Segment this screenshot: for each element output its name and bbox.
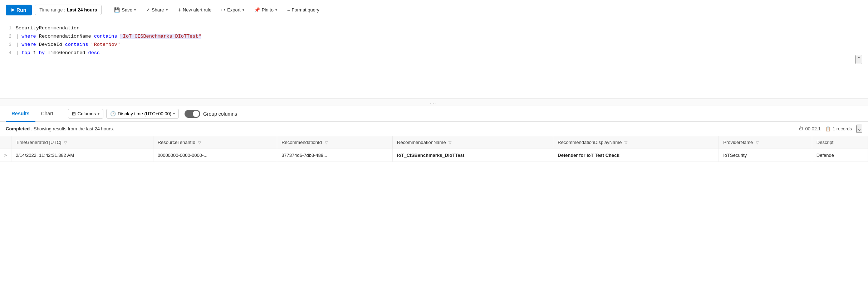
records-count: 1 records	[833, 126, 852, 131]
new-alert-label: New alert rule	[183, 7, 211, 13]
editor-line-1: 1 SecurityRecommendation	[6, 24, 862, 33]
export-button[interactable]: ↦ Export ▾	[218, 5, 248, 15]
share-button[interactable]: ↗ Share ▾	[142, 5, 171, 15]
query-editor[interactable]: 1 SecurityRecommendation 2 | where Recom…	[0, 20, 868, 99]
editor-line-4: 4 | top 1 by TimeGenerated desc	[6, 49, 862, 57]
tab-chart-label: Chart	[41, 111, 53, 116]
records-icon: 📋	[825, 126, 831, 131]
drag-handle[interactable]: ...	[0, 99, 868, 106]
row-time-generated: 2/14/2022, 11:42:31.382 AM	[11, 149, 153, 162]
group-columns-toggle[interactable]	[185, 110, 200, 118]
pipe-4: |	[16, 50, 21, 56]
filter-icon-resource[interactable]: ▽	[198, 140, 201, 145]
th-provider-name: ProviderName ▽	[719, 136, 812, 149]
th-time-generated: TimeGenerated [UTC] ▽	[11, 136, 153, 149]
display-time-label: Display time (UTC+00:00)	[118, 111, 171, 116]
row-resource-tenant: 00000000-0000-0000-...	[153, 149, 277, 162]
top-keyword: top	[21, 50, 30, 56]
share-label: Share	[152, 7, 164, 13]
toolbar-divider-1	[106, 6, 106, 14]
editor-line-3: 3 | where DeviceId contains "RotemNov"	[6, 41, 862, 49]
line-content-2: | where RecommendationName contains "IoT…	[16, 33, 201, 41]
line-content-3: | where DeviceId contains "RotemNov"	[16, 41, 120, 49]
tab-results[interactable]: Results	[6, 106, 35, 122]
format-query-button[interactable]: ≡ Format query	[284, 5, 323, 15]
row-recommendation-name: IoT_CISBenchmarks_DIoTTest	[393, 149, 553, 162]
timer-item: ⏱ 00:02.1	[799, 126, 820, 131]
export-icon: ↦	[221, 7, 225, 13]
filter-icon-time[interactable]: ▽	[64, 140, 67, 145]
export-chevron-icon: ▾	[242, 8, 244, 12]
filter-icon-rec-name[interactable]: ▽	[448, 140, 451, 145]
row-expand-cell[interactable]: >	[0, 149, 11, 162]
tab-toolbar: ⊞ Columns ▾ 🕐 Display time (UTC+00:00) ▾…	[68, 109, 237, 119]
row-expand-button[interactable]: >	[4, 153, 7, 158]
save-label: Save	[122, 7, 132, 13]
line-number-3: 3	[6, 41, 16, 48]
display-time-button[interactable]: 🕐 Display time (UTC+00:00) ▾	[106, 109, 179, 119]
tab-divider	[62, 110, 62, 117]
row-recommendation-display: Defender for IoT Test Check	[553, 149, 719, 162]
toggle-knob	[193, 111, 199, 117]
expand-results-button[interactable]: ⌄	[856, 125, 862, 133]
run-label: Run	[16, 7, 26, 13]
drag-dots: ...	[430, 100, 438, 105]
expand-icon: ⌄	[857, 126, 862, 132]
where-keyword-2: where	[21, 34, 36, 39]
export-label: Export	[227, 7, 241, 13]
row-recommendation-id: 377374d6-7db3-489...	[277, 149, 393, 162]
filter-icon-provider[interactable]: ▽	[756, 140, 759, 145]
th-description: Descript	[812, 136, 868, 149]
row-provider-name: IoTSecurity	[719, 149, 812, 162]
editor-line-2: 2 | where RecommendationName contains "I…	[6, 33, 862, 41]
row-description: Defende	[812, 149, 868, 162]
filter-icon-rec-display[interactable]: ▽	[624, 140, 627, 145]
clock-icon: 🕐	[110, 111, 116, 116]
filter-icon-rec-id[interactable]: ▽	[325, 140, 328, 145]
collapse-editor-button[interactable]: ⌃	[855, 55, 862, 64]
table-row: > 2/14/2022, 11:42:31.382 AM 00000000-00…	[0, 149, 868, 162]
string-value-2: "IoT_CISBenchmarks_DIoTTest"	[120, 34, 201, 39]
contains-keyword-3: contains	[65, 42, 88, 47]
line-number-1: 1	[6, 25, 16, 32]
results-tabs: Results Chart ⊞ Columns ▾ 🕐 Display time…	[0, 106, 868, 122]
share-icon: ↗	[146, 7, 150, 13]
save-button[interactable]: 💾 Save ▾	[111, 5, 139, 15]
columns-button[interactable]: ⊞ Columns ▾	[68, 109, 103, 119]
time-range-prefix: Time range :	[39, 7, 65, 13]
line-content-4: | top 1 by TimeGenerated desc	[16, 49, 100, 57]
th-expand	[0, 136, 11, 149]
th-recommendation-name: RecommendationName ▽	[393, 136, 553, 149]
status-bar: Completed . Showing results from the las…	[0, 122, 868, 136]
run-button[interactable]: ▶ Run	[6, 5, 32, 15]
table-body: > 2/14/2022, 11:42:31.382 AM 00000000-00…	[0, 149, 868, 162]
toolbar: ▶ Run Time range : Last 24 hours 💾 Save …	[0, 0, 868, 20]
records-item: 📋 1 records	[825, 126, 852, 131]
line-content-1: SecurityRecommendation	[16, 24, 79, 33]
group-columns-label: Group columns	[203, 111, 237, 117]
share-chevron-icon: ▾	[166, 8, 168, 12]
pipe-3: |	[16, 42, 21, 47]
editor-lines: 1 SecurityRecommendation 2 | where Recom…	[0, 24, 868, 57]
string-value-3: "RotemNov"	[91, 42, 120, 47]
time-range-button[interactable]: Time range : Last 24 hours	[35, 5, 102, 15]
display-time-chevron-icon: ▾	[173, 112, 175, 116]
time-range-value: Last 24 hours	[67, 7, 97, 13]
group-columns-toggle-container: Group columns	[185, 110, 237, 118]
status-complete: Completed	[6, 126, 30, 131]
columns-chevron-icon: ▾	[98, 112, 99, 116]
columns-label: Columns	[78, 111, 96, 116]
tab-chart[interactable]: Chart	[35, 106, 59, 122]
pin-to-label: Pin to	[262, 7, 274, 13]
save-chevron-icon: ▾	[134, 8, 136, 12]
th-resource-tenant: ResourceTenantId ▽	[153, 136, 277, 149]
timer-icon: ⏱	[799, 126, 803, 131]
table-header: TimeGenerated [UTC] ▽ ResourceTenantId ▽…	[0, 136, 868, 149]
timer-value: 00:02.1	[805, 126, 820, 131]
status-left: Completed . Showing results from the las…	[6, 126, 114, 131]
contains-keyword-2: contains	[94, 34, 117, 39]
by-keyword: by	[39, 50, 45, 56]
columns-icon: ⊞	[72, 111, 76, 116]
pin-to-button[interactable]: 📌 Pin to ▾	[251, 5, 281, 15]
new-alert-button[interactable]: + New alert rule	[174, 5, 215, 15]
